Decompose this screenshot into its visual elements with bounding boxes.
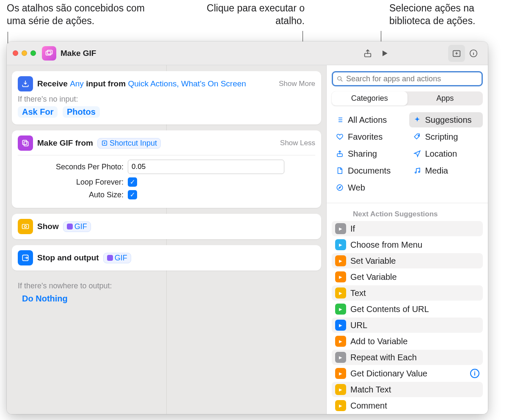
variable-label: GIF <box>74 222 87 231</box>
suggestion-label: Get Variable <box>350 272 397 282</box>
svg-rect-8 <box>22 224 29 229</box>
suggestion-label: Add to Variable <box>350 337 407 346</box>
suggestion-url[interactable]: ▸URL <box>332 318 483 333</box>
svg-rect-1 <box>47 50 52 54</box>
variable-icon <box>101 140 108 146</box>
suggestion-add-to-variable[interactable]: ▸Add to Variable <box>332 334 483 349</box>
no-input-label: If there's no input: <box>18 95 315 104</box>
suggestion-label: URL <box>350 321 367 330</box>
search-input[interactable] <box>346 75 478 83</box>
make-gif-action[interactable]: Make GIF from Shortcut Input Show Less S… <box>12 130 321 208</box>
quicklook-icon <box>18 219 33 234</box>
run-button[interactable] <box>376 45 393 62</box>
callout-left: Os atalhos são concebidos com uma série … <box>7 2 159 28</box>
library-segment[interactable]: Categories Apps <box>332 91 483 105</box>
suggestion-match-text[interactable]: ▸Match Text <box>332 382 483 397</box>
svg-rect-5 <box>22 140 27 144</box>
suggestion-get-dictionary-value[interactable]: ▸Get Dictionary Valuei <box>332 366 483 381</box>
window-controls[interactable] <box>13 50 36 56</box>
category-sharing[interactable]: Sharing <box>332 146 406 161</box>
suggestion-label: Get Dictionary Value <box>350 369 427 379</box>
segment-categories[interactable]: Categories <box>332 91 407 105</box>
minimize-icon[interactable] <box>22 50 27 56</box>
titlebar: Make GIF <box>7 41 488 65</box>
svg-rect-0 <box>46 51 51 55</box>
loop-forever-checkbox[interactable]: ✓ <box>128 177 137 187</box>
list-icon <box>335 116 344 124</box>
auto-size-label: Auto Size: <box>18 191 124 199</box>
gif-variable-output[interactable]: GIF <box>103 253 131 263</box>
action-icon: ▸ <box>335 304 346 315</box>
receive-action[interactable]: Receive Any input from Quick Actions, Wh… <box>12 71 321 124</box>
shortcut-input-variable[interactable]: Shortcut Input <box>97 138 161 149</box>
library-toggle-button[interactable] <box>448 45 465 62</box>
svg-point-15 <box>418 171 420 173</box>
info-icon[interactable]: i <box>470 369 479 378</box>
category-web[interactable]: Web <box>332 180 406 195</box>
variable-label: GIF <box>115 254 127 262</box>
action-icon: ▸ <box>335 368 346 379</box>
action-icon: ▸ <box>335 223 346 234</box>
suggestion-label: If <box>350 224 355 234</box>
suggestion-get-variable[interactable]: ▸Get Variable <box>332 269 483 285</box>
suggestion-label: Set Variable <box>350 256 396 266</box>
action-library-sidebar: Categories Apps All ActionsSuggestionsFa… <box>326 65 488 414</box>
doc-icon <box>335 167 344 174</box>
stop-output-action[interactable]: Stop and output GIF <box>12 245 321 271</box>
svg-point-11 <box>338 76 341 80</box>
suggestion-get-contents-of-url[interactable]: ▸Get Contents of URL <box>332 301 483 317</box>
search-field[interactable] <box>332 71 483 86</box>
make-gif-title: Make GIF from <box>37 138 93 148</box>
nav-icon <box>413 150 422 158</box>
category-label: Documents <box>348 166 391 176</box>
receive-any-token[interactable]: Any <box>70 79 84 88</box>
show-action[interactable]: Show GIF <box>12 214 321 239</box>
suggestion-if[interactable]: ▸If <box>332 221 483 236</box>
segment-apps[interactable]: Apps <box>407 91 483 105</box>
category-documents[interactable]: Documents <box>332 163 406 178</box>
category-label: Location <box>425 149 457 159</box>
category-favorites[interactable]: Favorites <box>332 129 406 144</box>
photos-chip[interactable]: Photos <box>63 106 100 118</box>
ask-for-chip[interactable]: Ask For <box>18 106 58 118</box>
editor-canvas[interactable]: Receive Any input from Quick Actions, Wh… <box>7 65 326 414</box>
category-label: Web <box>348 183 365 193</box>
details-button[interactable] <box>465 45 482 62</box>
suggestion-repeat-with-each[interactable]: ▸Repeat with Each <box>332 350 483 365</box>
zoom-icon[interactable] <box>30 50 36 56</box>
gif-variable-show[interactable]: GIF <box>63 221 91 232</box>
category-media[interactable]: Media <box>409 163 483 178</box>
category-suggestions[interactable]: Suggestions <box>409 112 483 127</box>
close-icon[interactable] <box>13 50 18 56</box>
input-from-label: input from <box>86 79 126 88</box>
action-icon: ▸ <box>335 320 346 331</box>
auto-size-checkbox[interactable]: ✓ <box>128 190 137 199</box>
suggestion-choose-from-menu[interactable]: ▸Choose from Menu <box>332 237 483 252</box>
category-scripting[interactable]: Scripting <box>409 129 483 144</box>
suggestion-text[interactable]: ▸Text <box>332 285 483 301</box>
suggestion-label: Comment <box>350 401 387 411</box>
show-less-toggle[interactable]: Show Less <box>280 139 315 147</box>
suggestions-header: Next Action Suggestions <box>353 210 483 218</box>
receive-icon <box>18 76 33 91</box>
suggestion-set-variable[interactable]: ▸Set Variable <box>332 253 483 268</box>
seconds-per-photo-input[interactable] <box>128 160 284 174</box>
svg-point-9 <box>25 226 27 228</box>
do-nothing-chip[interactable]: Do Nothing <box>18 293 72 304</box>
category-location[interactable]: Location <box>409 146 483 161</box>
share-icon <box>335 150 344 158</box>
category-label: Scripting <box>425 132 458 142</box>
suggestion-comment[interactable]: ▸Comment <box>332 398 483 413</box>
shortcut-icon <box>42 46 56 61</box>
category-all-actions[interactable]: All Actions <box>332 112 406 127</box>
receive-sources-token[interactable]: Quick Actions, What's On Screen <box>128 79 246 88</box>
seconds-per-photo-label: Seconds Per Photo: <box>18 163 124 171</box>
variable-icon <box>67 224 73 229</box>
shortcut-title[interactable]: Make GIF <box>61 49 96 58</box>
suggestion-label: Match Text <box>350 385 391 395</box>
svg-point-12 <box>418 135 418 136</box>
category-label: Suggestions <box>425 115 472 125</box>
show-more-toggle[interactable]: Show More <box>279 80 315 88</box>
action-icon: ▸ <box>335 336 346 347</box>
share-button[interactable] <box>359 45 376 62</box>
